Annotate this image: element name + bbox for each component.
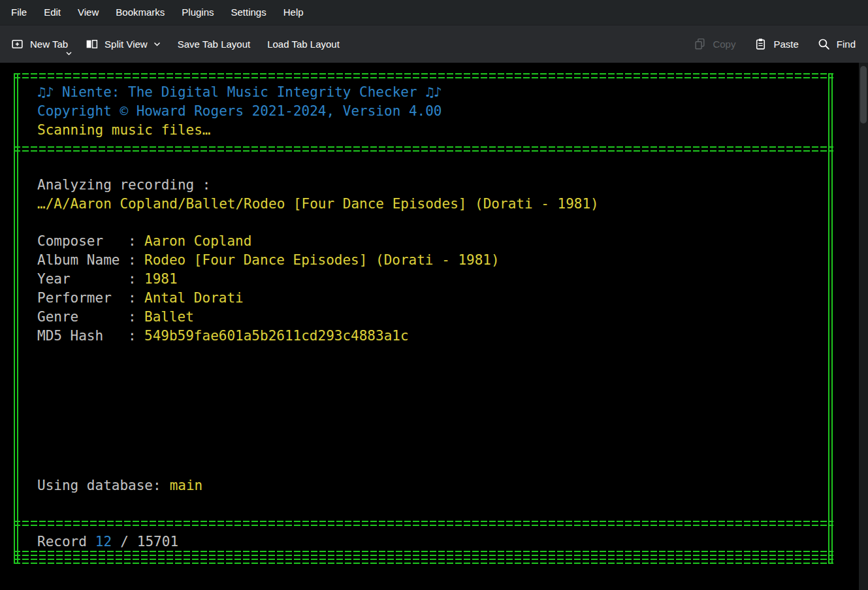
metadata-row-performer: Performer:Antal Dorati xyxy=(37,289,244,308)
field-separator: : xyxy=(128,232,144,251)
load-tab-layout-label: Load Tab Layout xyxy=(267,39,340,50)
database-value: main xyxy=(170,478,203,493)
field-separator: : xyxy=(128,289,144,308)
scrollbar[interactable] xyxy=(859,63,868,590)
copy-label: Copy xyxy=(713,39,735,50)
split-view-label: Split View xyxy=(104,39,148,50)
field-value: 549b59fae601a5b2611cd293c4883a1c xyxy=(144,328,409,344)
field-label: Album Name xyxy=(37,251,128,270)
metadata-row-composer: Composer:Aaron Copland xyxy=(37,232,251,251)
menu-help[interactable]: Help xyxy=(275,0,312,25)
field-label: Year xyxy=(37,270,128,289)
record-current: 12 xyxy=(95,534,112,549)
terminal-screen[interactable]: ♫♪ Niente: The Digital Music Integrity C… xyxy=(0,63,859,590)
tui-border-header-bottom xyxy=(14,146,833,152)
field-separator: : xyxy=(128,308,144,327)
chevron-down-icon xyxy=(153,42,161,46)
field-label: Performer xyxy=(37,289,128,308)
tui-border-left xyxy=(14,73,18,564)
app-title: ♫♪ Niente: The Digital Music Integrity C… xyxy=(37,83,442,102)
toolbar-right-group: Copy Paste Find xyxy=(693,37,856,51)
metadata-row-md5: MD5 Hash:549b59fae601a5b2611cd293c4883a1… xyxy=(37,327,409,346)
copy-button[interactable]: Copy xyxy=(693,37,735,51)
field-separator: : xyxy=(128,251,144,270)
record-line: Record12/15701 xyxy=(37,533,178,551)
menu-bookmarks[interactable]: Bookmarks xyxy=(107,0,173,25)
save-tab-layout-button[interactable]: Save Tab Layout xyxy=(178,39,250,50)
analyzing-label: Analyzing recording : xyxy=(37,176,211,195)
split-view-icon xyxy=(85,37,99,51)
field-label: Genre xyxy=(37,308,128,327)
field-value: Ballet xyxy=(144,309,194,325)
menu-edit[interactable]: Edit xyxy=(35,0,69,25)
find-button[interactable]: Find xyxy=(817,37,856,51)
field-value: 1981 xyxy=(144,271,178,287)
menu-bar: File Edit View Bookmarks Plugins Setting… xyxy=(0,0,868,25)
new-tab-label: New Tab xyxy=(30,39,68,50)
paste-icon xyxy=(754,37,767,51)
field-separator: : xyxy=(128,327,144,346)
find-label: Find xyxy=(837,39,856,50)
find-icon xyxy=(817,37,831,51)
load-tab-layout-button[interactable]: Load Tab Layout xyxy=(267,39,340,50)
database-line: Using database:main xyxy=(37,476,202,495)
recording-path: …/A/Aaron Copland/Ballet/Rodeo [Four Dan… xyxy=(37,195,599,214)
save-tab-layout-label: Save Tab Layout xyxy=(178,39,250,50)
tui-border-screen-bottom xyxy=(14,559,833,564)
field-value: Aaron Copland xyxy=(144,233,251,249)
toolbar: New Tab Split View Save Tab Layout Load … xyxy=(0,25,868,63)
tui-border-header-top xyxy=(14,73,833,78)
metadata-row-genre: Genre:Ballet xyxy=(37,308,194,327)
menu-plugins[interactable]: Plugins xyxy=(173,0,222,25)
scrollbar-thumb[interactable] xyxy=(860,66,867,123)
copyright-line: Copyright © Howard Rogers 2021-2024, Ver… xyxy=(37,102,442,121)
field-label: Composer xyxy=(37,232,128,251)
scanning-status: Scanning music files… xyxy=(37,121,211,140)
database-label: Using database: xyxy=(37,478,161,493)
record-total: 15701 xyxy=(137,534,178,549)
copy-icon xyxy=(693,37,707,51)
split-view-button[interactable]: Split View xyxy=(85,37,161,51)
field-label: MD5 Hash xyxy=(37,327,128,346)
tui-border-right xyxy=(828,73,833,564)
chevron-down-icon xyxy=(66,52,72,56)
tui-border-status-bottom xyxy=(14,551,833,556)
metadata-row-album: Album Name:Rodeo [Four Dance Episodes] (… xyxy=(37,251,500,270)
paste-button[interactable]: Paste xyxy=(754,37,798,51)
field-value: Antal Dorati xyxy=(144,290,244,306)
menu-view[interactable]: View xyxy=(69,0,107,25)
metadata-row-year: Year:1981 xyxy=(37,270,178,289)
record-label: Record xyxy=(37,534,87,549)
field-separator: : xyxy=(128,270,144,289)
konsole-window: File Edit View Bookmarks Plugins Setting… xyxy=(0,0,868,590)
menu-settings[interactable]: Settings xyxy=(223,0,275,25)
record-separator: / xyxy=(120,534,129,549)
tui-border-main-bottom xyxy=(14,521,833,526)
new-tab-button[interactable]: New Tab xyxy=(10,37,68,51)
paste-label: Paste xyxy=(773,39,798,50)
menu-file[interactable]: File xyxy=(3,0,35,25)
field-value: Rodeo [Four Dance Episodes] (Dorati - 19… xyxy=(144,252,500,268)
new-tab-icon xyxy=(10,37,24,51)
